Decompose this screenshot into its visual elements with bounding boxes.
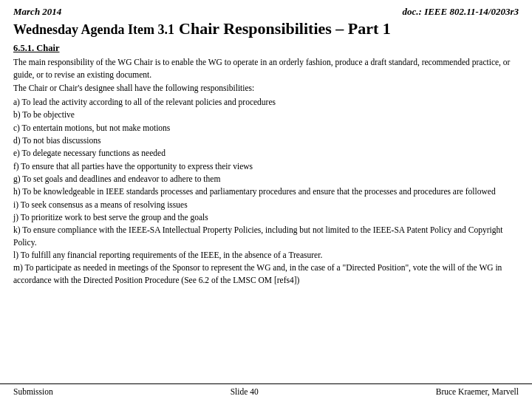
paragraph-1: The main responsibility of the WG Chair …	[13, 56, 519, 81]
list-item: c) To entertain motions, but not make mo…	[13, 122, 519, 134]
content-area: 6.5.1. Chair The main responsibility of …	[0, 43, 532, 383]
list-item: f) To ensure that all parties have the o…	[13, 160, 519, 172]
slide: March 2014 doc.: IEEE 802.11-14/0203r3 W…	[0, 0, 532, 399]
footer-author: Bruce Kraemer, Marvell	[436, 387, 519, 396]
list-item: a) To lead the activity according to all…	[13, 96, 519, 108]
list-item: i) To seek consensus as a means of resol…	[13, 199, 519, 211]
list-item: j) To prioritize work to best serve the …	[13, 211, 519, 223]
header-doc: doc.: IEEE 802.11-14/0203r3	[403, 6, 519, 18]
list-item: k) To ensure compliance with the IEEE-SA…	[13, 224, 519, 248]
list-item: m) To participate as needed in meetings …	[13, 262, 519, 286]
list-item: h) To be knowledgeable in IEEE standards…	[13, 185, 519, 197]
list-item: e) To delegate necessary functions as ne…	[13, 147, 519, 159]
header: March 2014 doc.: IEEE 802.11-14/0203r3	[0, 0, 532, 19]
list-item: l) To fulfill any financial reporting re…	[13, 249, 519, 261]
list-item: d) To not bias discussions	[13, 134, 519, 146]
paragraph-2: The Chair or Chair's designee shall have…	[13, 82, 519, 95]
section-heading: 6.5.1. Chair	[13, 43, 519, 54]
list-item: g) To set goals and deadlines and endeav…	[13, 173, 519, 185]
title-main: Chair Responsibilities – Part 1	[179, 19, 391, 38]
title-agenda: Wednesday Agenda Item 3.1	[13, 22, 174, 38]
footer-slide-number: Slide 40	[53, 387, 436, 396]
list-container: a) To lead the activity according to all…	[13, 96, 519, 286]
list-item: b) To be objective	[13, 109, 519, 120]
footer-submission: Submission	[13, 387, 53, 396]
title-row: Wednesday Agenda Item 3.1 Chair Responsi…	[0, 19, 532, 43]
footer: Submission Slide 40 Bruce Kraemer, Marve…	[0, 383, 532, 399]
header-date: March 2014	[13, 6, 61, 18]
